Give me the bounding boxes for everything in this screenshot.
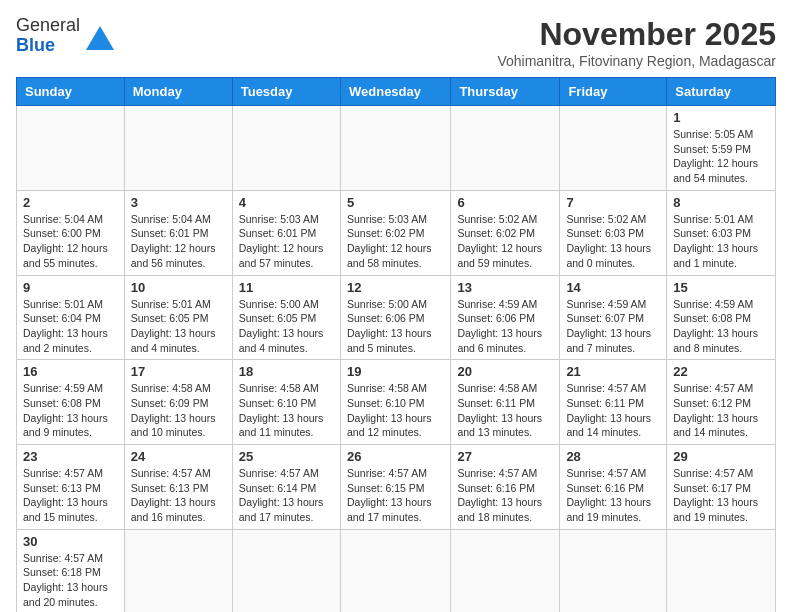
day-info: Sunrise: 4:57 AM Sunset: 6:11 PM Dayligh… [566, 382, 651, 438]
day-info: Sunrise: 5:00 AM Sunset: 6:06 PM Dayligh… [347, 298, 432, 354]
day-number: 22 [673, 364, 769, 379]
day-info: Sunrise: 5:01 AM Sunset: 6:03 PM Dayligh… [673, 213, 758, 269]
day-header-thursday: Thursday [451, 78, 560, 106]
day-info: Sunrise: 4:57 AM Sunset: 6:16 PM Dayligh… [457, 467, 542, 523]
day-number: 6 [457, 195, 553, 210]
day-number: 30 [23, 534, 118, 549]
day-header-saturday: Saturday [667, 78, 776, 106]
day-number: 7 [566, 195, 660, 210]
day-info: Sunrise: 4:57 AM Sunset: 6:13 PM Dayligh… [23, 467, 108, 523]
calendar-cell: 9Sunrise: 5:01 AM Sunset: 6:04 PM Daylig… [17, 275, 125, 360]
day-info: Sunrise: 5:04 AM Sunset: 6:00 PM Dayligh… [23, 213, 108, 269]
calendar-cell [451, 529, 560, 612]
day-number: 1 [673, 110, 769, 125]
calendar-cell: 22Sunrise: 4:57 AM Sunset: 6:12 PM Dayli… [667, 360, 776, 445]
calendar-cell: 16Sunrise: 4:59 AM Sunset: 6:08 PM Dayli… [17, 360, 125, 445]
day-number: 28 [566, 449, 660, 464]
calendar-cell [560, 529, 667, 612]
day-number: 12 [347, 280, 444, 295]
day-number: 4 [239, 195, 334, 210]
day-info: Sunrise: 5:03 AM Sunset: 6:02 PM Dayligh… [347, 213, 432, 269]
calendar-cell: 12Sunrise: 5:00 AM Sunset: 6:06 PM Dayli… [340, 275, 450, 360]
week-row-4: 23Sunrise: 4:57 AM Sunset: 6:13 PM Dayli… [17, 445, 776, 530]
calendar-cell: 26Sunrise: 4:57 AM Sunset: 6:15 PM Dayli… [340, 445, 450, 530]
calendar-cell: 11Sunrise: 5:00 AM Sunset: 6:05 PM Dayli… [232, 275, 340, 360]
day-number: 9 [23, 280, 118, 295]
day-info: Sunrise: 4:58 AM Sunset: 6:09 PM Dayligh… [131, 382, 216, 438]
day-number: 18 [239, 364, 334, 379]
calendar-cell: 21Sunrise: 4:57 AM Sunset: 6:11 PM Dayli… [560, 360, 667, 445]
calendar-cell: 10Sunrise: 5:01 AM Sunset: 6:05 PM Dayli… [124, 275, 232, 360]
day-number: 17 [131, 364, 226, 379]
day-header-friday: Friday [560, 78, 667, 106]
day-number: 27 [457, 449, 553, 464]
calendar-cell: 20Sunrise: 4:58 AM Sunset: 6:11 PM Dayli… [451, 360, 560, 445]
day-info: Sunrise: 4:57 AM Sunset: 6:17 PM Dayligh… [673, 467, 758, 523]
month-title: November 2025 [497, 16, 776, 53]
week-row-0: 1Sunrise: 5:05 AM Sunset: 5:59 PM Daylig… [17, 106, 776, 191]
day-number: 15 [673, 280, 769, 295]
calendar-cell: 8Sunrise: 5:01 AM Sunset: 6:03 PM Daylig… [667, 190, 776, 275]
day-number: 19 [347, 364, 444, 379]
logo-text: General Blue [16, 16, 80, 56]
day-info: Sunrise: 5:01 AM Sunset: 6:05 PM Dayligh… [131, 298, 216, 354]
calendar-cell: 23Sunrise: 4:57 AM Sunset: 6:13 PM Dayli… [17, 445, 125, 530]
calendar-cell: 24Sunrise: 4:57 AM Sunset: 6:13 PM Dayli… [124, 445, 232, 530]
day-number: 16 [23, 364, 118, 379]
day-number: 8 [673, 195, 769, 210]
calendar-cell: 27Sunrise: 4:57 AM Sunset: 6:16 PM Dayli… [451, 445, 560, 530]
day-info: Sunrise: 4:58 AM Sunset: 6:10 PM Dayligh… [239, 382, 324, 438]
day-info: Sunrise: 4:57 AM Sunset: 6:13 PM Dayligh… [131, 467, 216, 523]
calendar-cell: 3Sunrise: 5:04 AM Sunset: 6:01 PM Daylig… [124, 190, 232, 275]
calendar-cell: 7Sunrise: 5:02 AM Sunset: 6:03 PM Daylig… [560, 190, 667, 275]
day-info: Sunrise: 4:59 AM Sunset: 6:08 PM Dayligh… [673, 298, 758, 354]
calendar-cell: 1Sunrise: 5:05 AM Sunset: 5:59 PM Daylig… [667, 106, 776, 191]
title-area: November 2025 Vohimanitra, Fitovinany Re… [497, 16, 776, 69]
calendar-cell [124, 106, 232, 191]
day-info: Sunrise: 5:05 AM Sunset: 5:59 PM Dayligh… [673, 128, 758, 184]
day-info: Sunrise: 4:59 AM Sunset: 6:08 PM Dayligh… [23, 382, 108, 438]
day-info: Sunrise: 5:03 AM Sunset: 6:01 PM Dayligh… [239, 213, 324, 269]
week-row-1: 2Sunrise: 5:04 AM Sunset: 6:00 PM Daylig… [17, 190, 776, 275]
calendar-cell: 18Sunrise: 4:58 AM Sunset: 6:10 PM Dayli… [232, 360, 340, 445]
day-info: Sunrise: 5:02 AM Sunset: 6:02 PM Dayligh… [457, 213, 542, 269]
location-title: Vohimanitra, Fitovinany Region, Madagasc… [497, 53, 776, 69]
day-header-tuesday: Tuesday [232, 78, 340, 106]
day-info: Sunrise: 5:01 AM Sunset: 6:04 PM Dayligh… [23, 298, 108, 354]
calendar-cell: 17Sunrise: 4:58 AM Sunset: 6:09 PM Dayli… [124, 360, 232, 445]
calendar-cell [451, 106, 560, 191]
day-number: 13 [457, 280, 553, 295]
calendar-cell: 29Sunrise: 4:57 AM Sunset: 6:17 PM Dayli… [667, 445, 776, 530]
day-info: Sunrise: 5:00 AM Sunset: 6:05 PM Dayligh… [239, 298, 324, 354]
day-header-sunday: Sunday [17, 78, 125, 106]
calendar-cell: 13Sunrise: 4:59 AM Sunset: 6:06 PM Dayli… [451, 275, 560, 360]
calendar-cell [560, 106, 667, 191]
calendar-cell [340, 529, 450, 612]
calendar-cell [232, 529, 340, 612]
day-number: 10 [131, 280, 226, 295]
calendar-cell: 4Sunrise: 5:03 AM Sunset: 6:01 PM Daylig… [232, 190, 340, 275]
day-info: Sunrise: 4:59 AM Sunset: 6:06 PM Dayligh… [457, 298, 542, 354]
calendar-cell [124, 529, 232, 612]
calendar-cell: 25Sunrise: 4:57 AM Sunset: 6:14 PM Dayli… [232, 445, 340, 530]
day-number: 23 [23, 449, 118, 464]
day-info: Sunrise: 4:57 AM Sunset: 6:15 PM Dayligh… [347, 467, 432, 523]
day-number: 3 [131, 195, 226, 210]
day-number: 2 [23, 195, 118, 210]
header: General Blue November 2025 Vohimanitra, … [16, 16, 776, 69]
day-info: Sunrise: 4:57 AM Sunset: 6:14 PM Dayligh… [239, 467, 324, 523]
calendar-cell: 6Sunrise: 5:02 AM Sunset: 6:02 PM Daylig… [451, 190, 560, 275]
calendar-cell: 5Sunrise: 5:03 AM Sunset: 6:02 PM Daylig… [340, 190, 450, 275]
calendar-table: SundayMondayTuesdayWednesdayThursdayFrid… [16, 77, 776, 612]
day-number: 11 [239, 280, 334, 295]
day-number: 14 [566, 280, 660, 295]
calendar-cell: 28Sunrise: 4:57 AM Sunset: 6:16 PM Dayli… [560, 445, 667, 530]
calendar-cell: 15Sunrise: 4:59 AM Sunset: 6:08 PM Dayli… [667, 275, 776, 360]
day-number: 21 [566, 364, 660, 379]
calendar-cell: 2Sunrise: 5:04 AM Sunset: 6:00 PM Daylig… [17, 190, 125, 275]
calendar-cell [667, 529, 776, 612]
day-info: Sunrise: 4:58 AM Sunset: 6:10 PM Dayligh… [347, 382, 432, 438]
calendar-cell [232, 106, 340, 191]
day-info: Sunrise: 5:02 AM Sunset: 6:03 PM Dayligh… [566, 213, 651, 269]
day-info: Sunrise: 5:04 AM Sunset: 6:01 PM Dayligh… [131, 213, 216, 269]
